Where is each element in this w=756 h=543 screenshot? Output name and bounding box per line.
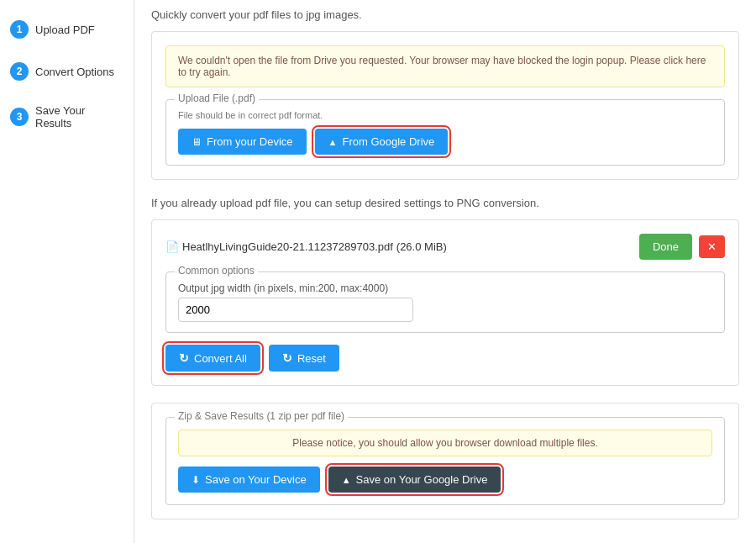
upload-field-hint: File should be in correct pdf format. bbox=[178, 110, 712, 120]
file-actions: Done ✕ bbox=[639, 234, 725, 260]
main-content: Quickly convert your pdf files to jpg im… bbox=[134, 0, 756, 543]
file-info-row: HeatlhyLivingGuide20-21.11237289703.pdf … bbox=[165, 234, 725, 260]
file-name-text: HeatlhyLivingGuide20-21.11237289703.pdf bbox=[182, 240, 393, 253]
save-drive-label: Save on Your Google Drive bbox=[356, 473, 488, 486]
file-name: HeatlhyLivingGuide20-21.11237289703.pdf … bbox=[165, 240, 447, 253]
save-card: Zip & Save Results (1 zip per pdf file) … bbox=[151, 403, 739, 519]
convert-card: HeatlhyLivingGuide20-21.11237289703.pdf … bbox=[151, 219, 739, 386]
convert-icon bbox=[179, 351, 189, 365]
convert-description: If you already upload pdf file, you can … bbox=[151, 197, 739, 209]
sidebar-step-label-3: Save Your Results bbox=[35, 104, 123, 129]
sidebar-step-label-1: Upload PDF bbox=[35, 24, 95, 36]
drive-icon-save bbox=[342, 473, 351, 486]
remove-file-button[interactable]: ✕ bbox=[699, 235, 725, 258]
sidebar-step-2[interactable]: 2 Convert Options bbox=[0, 50, 134, 92]
notice-box: Please notice, you should allow you brow… bbox=[178, 430, 712, 456]
output-width-label: Output jpg width (in pixels, min:200, ma… bbox=[178, 282, 712, 294]
reset-icon bbox=[282, 351, 292, 365]
convert-all-button[interactable]: Convert All bbox=[165, 345, 260, 372]
convert-section: If you already upload pdf file, you can … bbox=[151, 197, 739, 386]
output-width-field: Output jpg width (in pixels, min:200, ma… bbox=[178, 282, 712, 322]
save-section: Zip & Save Results (1 zip per pdf file) … bbox=[151, 403, 739, 519]
convert-buttons: Convert All Reset bbox=[165, 345, 725, 372]
upload-card: We couldn't open the file from Drive you… bbox=[151, 31, 739, 180]
save-buttons: Save on Your Device Save on Your Google … bbox=[178, 467, 712, 493]
done-button[interactable]: Done bbox=[639, 234, 692, 260]
save-drive-button[interactable]: Save on Your Google Drive bbox=[328, 467, 501, 493]
from-drive-button[interactable]: From Google Drive bbox=[315, 129, 449, 155]
close-icon: ✕ bbox=[707, 240, 717, 253]
common-options-box: Common options Output jpg width (in pixe… bbox=[165, 272, 725, 333]
sidebar-step-3[interactable]: 3 Save Your Results bbox=[0, 92, 134, 141]
sidebar: 1 Upload PDF 2 Convert Options 3 Save Yo… bbox=[0, 0, 134, 543]
download-icon bbox=[192, 473, 200, 486]
reset-button[interactable]: Reset bbox=[269, 345, 339, 372]
done-label: Done bbox=[653, 240, 679, 253]
upload-buttons: From your Device From Google Drive bbox=[178, 129, 712, 155]
file-icon bbox=[165, 240, 179, 253]
common-options-label: Common options bbox=[175, 265, 258, 277]
save-device-button[interactable]: Save on Your Device bbox=[178, 467, 320, 493]
warning-text: We couldn't open the file from Drive you… bbox=[178, 55, 706, 78]
zip-save-box: Zip & Save Results (1 zip per pdf file) … bbox=[165, 417, 725, 505]
notice-text: Please notice, you should allow you brow… bbox=[292, 437, 598, 449]
from-device-label: From your Device bbox=[207, 135, 293, 148]
sidebar-step-1[interactable]: 1 Upload PDF bbox=[0, 8, 134, 50]
step-number-2: 2 bbox=[10, 62, 29, 81]
monitor-icon bbox=[192, 135, 202, 148]
upload-section: Quickly convert your pdf files to jpg im… bbox=[151, 8, 739, 180]
reset-label: Reset bbox=[297, 352, 326, 365]
upload-fieldset-label: Upload File (.pdf) bbox=[175, 92, 259, 104]
output-width-input[interactable] bbox=[178, 298, 413, 322]
step-number-1: 1 bbox=[10, 20, 29, 39]
from-device-button[interactable]: From your Device bbox=[178, 129, 307, 155]
drive-icon-upload bbox=[328, 135, 338, 148]
convert-all-label: Convert All bbox=[194, 352, 247, 365]
sidebar-step-label-2: Convert Options bbox=[35, 66, 114, 78]
file-size-text: (26.0 MiB) bbox=[396, 240, 447, 253]
step-number-3: 3 bbox=[10, 108, 29, 126]
warning-box: We couldn't open the file from Drive you… bbox=[165, 45, 725, 87]
zip-save-label: Zip & Save Results (1 zip per pdf file) bbox=[175, 410, 348, 422]
save-device-label: Save on Your Device bbox=[205, 473, 307, 486]
from-drive-label: From Google Drive bbox=[342, 135, 434, 148]
upload-fieldset: Upload File (.pdf) File should be in cor… bbox=[165, 99, 725, 166]
upload-description: Quickly convert your pdf files to jpg im… bbox=[151, 8, 739, 21]
